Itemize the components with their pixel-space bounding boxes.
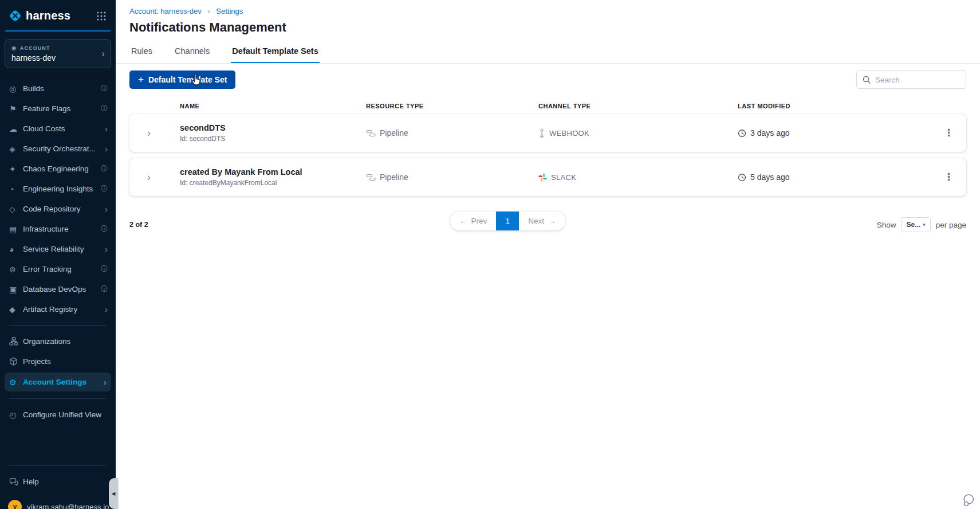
chevron-right-icon: › — [105, 204, 108, 214]
page-title: Notifications Management — [116, 15, 980, 35]
info-icon[interactable]: ⓘ — [101, 84, 108, 93]
sidebar-item-chaos-engineering[interactable]: ✦ Chaos Engineering ⓘ — [0, 159, 116, 179]
template-set-id: Id: secondDTS — [180, 135, 366, 143]
column-header-last-modified: LAST MODIFIED — [738, 103, 932, 109]
collapse-arrow-icon: ◀ — [112, 491, 116, 496]
info-icon[interactable]: ⓘ — [101, 164, 108, 174]
chevron-right-icon: › — [104, 377, 107, 387]
resource-type-cell: Pipeline — [366, 173, 538, 182]
tab-default-template-sets[interactable]: Default Template Sets — [231, 42, 319, 63]
cloud-costs-icon: ☁ — [9, 124, 23, 134]
breadcrumb-separator-icon: › — [203, 7, 214, 15]
sidebar-item-builds[interactable]: ◎ Builds ⓘ — [0, 79, 116, 99]
breadcrumb-settings-link[interactable]: Settings — [216, 7, 243, 15]
sidebar-item-error-tracking[interactable]: ⊚ Error Tracking ⓘ — [0, 259, 116, 279]
template-set-name[interactable]: secondDTS — [180, 123, 366, 132]
chevron-down-icon: ▾ — [923, 222, 926, 228]
clock-icon — [738, 129, 746, 138]
sidebar-item-service-reliability[interactable]: ◕ Service Reliability › — [0, 239, 116, 259]
infrastructure-icon: ▤ — [9, 225, 23, 234]
pager: ← Prev 1 Next → — [450, 212, 565, 230]
tab-bar: Rules Channels Default Template Sets — [116, 42, 980, 64]
organizations-icon — [9, 337, 23, 346]
row-expand-chevron-icon[interactable]: › — [137, 171, 160, 183]
chevron-right-icon: › — [101, 48, 105, 60]
sidebar-item-engineering-insights[interactable]: ◔ Engineering Insights ⓘ — [0, 179, 116, 199]
page-size-select[interactable]: Se... ▾ — [901, 217, 930, 232]
sidebar-item-account-settings[interactable]: ⚙ Account Settings › — [5, 373, 111, 391]
info-icon[interactable]: ⓘ — [101, 224, 108, 234]
chaos-engineering-icon: ✦ — [9, 165, 23, 174]
chevron-right-icon: › — [105, 304, 108, 314]
search-icon — [863, 76, 871, 84]
resource-type-cell: Pipeline — [366, 128, 538, 138]
user-profile[interactable]: v vikram.sahu@harness.io — [0, 495, 116, 509]
account-icon: ◉ — [11, 45, 17, 51]
column-header-name: NAME — [180, 103, 366, 109]
next-page-button[interactable]: Next → — [519, 212, 565, 230]
sidebar-item-database-devops[interactable]: ▣ Database DevOps ⓘ — [0, 279, 116, 299]
sidebar-item-feature-flags[interactable]: ⚑ Feature Flags ⓘ — [0, 99, 116, 119]
tab-channels[interactable]: Channels — [174, 42, 211, 63]
arrow-right-icon: → — [548, 217, 556, 225]
breadcrumb-account-link[interactable]: Account: harness-dev — [129, 7, 202, 15]
row-expand-chevron-icon[interactable]: › — [137, 127, 160, 139]
row-menu-kebab-icon[interactable]: ⋮ — [932, 130, 966, 136]
avatar[interactable]: v — [8, 500, 22, 509]
template-sets-table: NAME RESOURCE TYPE CHANNEL TYPE LAST MOD… — [116, 103, 980, 196]
info-icon[interactable]: ⓘ — [101, 284, 108, 294]
info-icon[interactable]: ⓘ — [101, 104, 108, 113]
sidebar-header: harness — [0, 0, 116, 30]
info-icon[interactable]: ⓘ — [101, 264, 108, 274]
sidebar-item-artifact-registry[interactable]: ◆ Artifact Registry › — [0, 299, 116, 319]
tab-rules[interactable]: Rules — [130, 42, 154, 63]
table-row[interactable]: › secondDTS Id: secondDTS Pipeline — [129, 114, 966, 152]
engineering-insights-icon: ◔ — [9, 185, 23, 194]
prev-page-button[interactable]: ← Prev — [450, 212, 496, 230]
sidebar-item-code-repository[interactable]: ◇ Code Repository › — [0, 199, 116, 219]
main-content: Account: harness-dev › Settings Notifica… — [116, 0, 980, 509]
sidebar-divider — [9, 325, 107, 326]
harness-logo-icon — [8, 9, 22, 23]
last-modified-cell: 3 days ago — [738, 128, 932, 138]
search-input[interactable] — [875, 76, 960, 84]
support-chat-icon[interactable] — [962, 492, 977, 507]
new-default-template-set-button[interactable]: + Default Template Set — [129, 71, 235, 89]
sidebar-item-cloud-costs[interactable]: ☁ Cloud Costs › — [0, 119, 116, 139]
template-set-id: Id: createdByMayankFromLocal — [180, 179, 366, 187]
sidebar-collapse-handle[interactable]: ◀ — [109, 478, 118, 509]
sidebar-item-organizations[interactable]: Organizations — [0, 331, 116, 351]
gear-icon: ⚙ — [9, 378, 23, 387]
sidebar-item-infrastructure[interactable]: ▤ Infrastructure ⓘ — [0, 219, 116, 239]
column-header-resource-type: RESOURCE TYPE — [366, 103, 538, 109]
sidebar-divider — [9, 465, 107, 466]
sidebar-bottom: Help v vikram.sahu@harness.io — [0, 460, 116, 509]
name-cell: secondDTS Id: secondDTS — [180, 123, 366, 143]
sidebar-item-security-orchestration[interactable]: ◈ Security Orchestrat... › — [0, 139, 116, 159]
slack-icon — [538, 173, 547, 182]
security-orchestration-icon: ◈ — [9, 144, 23, 154]
harness-logo[interactable]: harness — [8, 9, 70, 23]
account-switcher[interactable]: ◉ ACCOUNT harness-dev › — [5, 39, 111, 68]
service-reliability-icon: ◕ — [9, 245, 23, 254]
user-email: vikram.sahu@harness.io — [27, 503, 109, 509]
channel-type-cell: WEBHOOK — [538, 128, 738, 138]
row-menu-kebab-icon[interactable]: ⋮ — [932, 174, 966, 180]
plus-icon: + — [138, 74, 144, 85]
configure-view-icon: ◴ — [9, 410, 23, 420]
template-set-name[interactable]: created By Mayank From Local — [180, 167, 366, 177]
sidebar-item-help[interactable]: Help — [0, 472, 116, 492]
breadcrumb: Account: harness-dev › Settings — [116, 0, 980, 15]
sidebar-item-configure-unified-view[interactable]: ◴ Configure Unified View — [0, 405, 116, 425]
apps-grid-icon[interactable] — [96, 11, 107, 21]
info-icon[interactable]: ⓘ — [101, 184, 108, 194]
clock-icon — [738, 173, 746, 182]
search-box[interactable] — [856, 71, 966, 89]
table-row[interactable]: › created By Mayank From Local Id: creat… — [129, 158, 966, 196]
pipeline-icon — [366, 174, 376, 181]
arrow-left-icon: ← — [459, 217, 467, 225]
artifact-registry-icon: ◆ — [9, 305, 23, 314]
page-number-1[interactable]: 1 — [496, 212, 519, 230]
sidebar-divider — [9, 398, 107, 399]
sidebar-item-projects[interactable]: Projects — [0, 351, 116, 371]
